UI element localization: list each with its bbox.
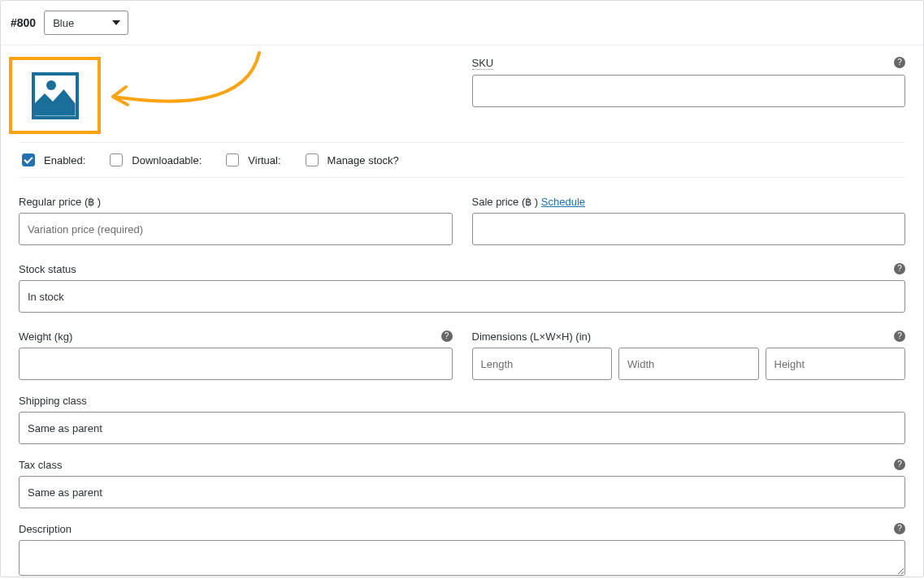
help-icon[interactable]: ? [441,331,453,342]
stock-status-label: Stock status [19,263,905,275]
tax-class-label: Tax class [19,459,905,471]
help-icon[interactable]: ? [894,263,905,274]
tax-class-select[interactable]: Same as parent [19,476,905,508]
downloadable-checkbox[interactable] [110,153,123,166]
dimensions-label: Dimensions (L×W×H) (in) [472,331,906,343]
help-icon[interactable]: ? [894,57,905,68]
sku-input[interactable] [472,75,906,107]
scrollbar[interactable] [917,0,922,579]
sale-price-label: Sale price (฿ ) Schedule [472,196,906,208]
length-input[interactable] [472,348,613,380]
sale-price-input[interactable] [472,213,906,245]
help-icon[interactable]: ? [894,459,905,470]
shipping-class-label: Shipping class [19,395,905,407]
image-placeholder-icon [32,72,79,119]
enabled-label: Enabled: [19,151,85,169]
manage-stock-label: Manage stock? [302,151,399,169]
shipping-class-select[interactable]: Same as parent [19,412,905,444]
help-icon[interactable]: ? [894,331,905,342]
variation-image-placeholder[interactable] [9,57,101,134]
enabled-checkbox[interactable] [22,153,35,166]
variation-header: #800 Blue [1,1,923,45]
annotation-arrow [90,51,269,157]
description-textarea[interactable] [19,540,905,576]
variation-id: #800 [11,16,36,29]
virtual-label: Virtual: [223,151,280,169]
sku-label: SKU [472,57,906,70]
schedule-link[interactable]: Schedule [541,196,585,208]
variation-attribute-select[interactable]: Blue [44,11,128,35]
virtual-checkbox[interactable] [226,153,239,166]
help-icon[interactable]: ? [894,523,905,534]
weight-input[interactable] [19,348,453,380]
downloadable-label: Downloadable: [106,151,202,169]
description-label: Description [19,523,905,535]
manage-stock-checkbox[interactable] [306,153,319,166]
stock-status-select[interactable]: In stock [19,280,905,313]
regular-price-input[interactable] [19,213,453,245]
regular-price-label: Regular price (฿ ) [19,196,453,208]
width-input[interactable] [618,348,759,380]
height-input[interactable] [766,348,906,380]
options-row: Enabled: Downloadable: Virtual: Manage s… [19,142,905,178]
weight-label: Weight (kg) [19,331,453,343]
